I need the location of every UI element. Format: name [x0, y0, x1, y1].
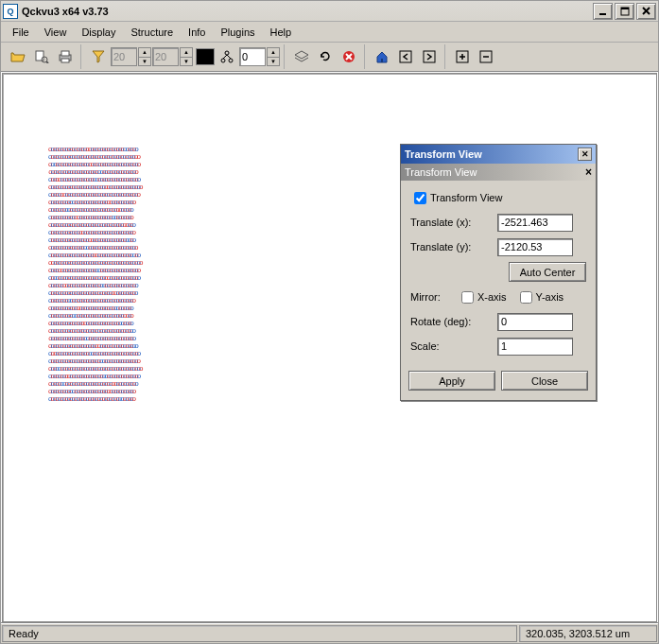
dialog-subtitle: Transform View: [405, 166, 477, 178]
hierarchy-icon[interactable]: [216, 46, 238, 67]
home-icon[interactable]: [371, 46, 393, 67]
transform-view-checkbox[interactable]: [414, 192, 426, 204]
dialog-subtitle-bar: Transform View ×: [401, 164, 596, 181]
svg-point-11: [225, 51, 229, 55]
zoom-out-icon[interactable]: [475, 46, 497, 67]
status-left: Ready: [2, 625, 517, 642]
close-button[interactable]: [636, 3, 656, 20]
menu-structure[interactable]: Structure: [123, 24, 181, 41]
transform-view-checkbox-label: Transform View: [430, 192, 502, 203]
menu-bar: File View Display Structure Info Plugins…: [1, 22, 658, 43]
dialog-close-icon[interactable]: ✕: [578, 148, 592, 161]
spinner1-buttons[interactable]: ▲▼: [138, 47, 151, 66]
svg-rect-10: [61, 59, 69, 62]
mirror-y-label: Y-axis: [536, 291, 564, 303]
menu-info[interactable]: Info: [181, 24, 213, 41]
svg-line-7: [46, 61, 48, 63]
maximize-button[interactable]: [615, 3, 634, 20]
dialog-title-bar[interactable]: Transform View ✕: [401, 145, 596, 164]
auto-center-button[interactable]: Auto Center: [509, 262, 586, 282]
translate-y-input[interactable]: [497, 238, 573, 256]
svg-line-15: [227, 55, 231, 59]
app-icon: Q: [3, 4, 18, 19]
scale-label: Scale:: [410, 340, 497, 352]
nav-left-icon[interactable]: [394, 46, 417, 67]
open-icon[interactable]: [7, 46, 29, 67]
translate-x-label: Translate (x):: [410, 217, 497, 228]
scale-input[interactable]: [497, 338, 573, 356]
dialog-title: Transform View: [405, 148, 482, 160]
stop-icon[interactable]: [338, 46, 360, 67]
minimize-button[interactable]: [593, 3, 613, 20]
mirror-x-checkbox[interactable]: [461, 291, 474, 304]
close-dialog-button[interactable]: Close: [501, 371, 588, 391]
spinner3-buttons[interactable]: ▲▼: [267, 47, 280, 66]
dialog-collapse-icon[interactable]: ×: [585, 165, 592, 179]
canvas-area[interactable]: ooooooooooooooooo oooooooooooooooo ooooo…: [2, 73, 657, 622]
rotate-input[interactable]: [497, 313, 573, 331]
title-bar: Q Qckvu3 x64 v3.73: [1, 1, 658, 22]
status-coords: 320.035, 3203.512 um: [519, 625, 657, 642]
mirror-label: Mirror:: [410, 291, 458, 303]
svg-point-13: [229, 59, 233, 62]
svg-line-14: [223, 55, 227, 59]
layout-visualization: ooooooooooooooooo oooooooooooooooo ooooo…: [48, 146, 384, 406]
mirror-y-checkbox[interactable]: [520, 291, 532, 304]
translate-x-input[interactable]: [497, 214, 573, 232]
spinner2-input[interactable]: [152, 47, 179, 66]
window-controls: [593, 3, 656, 20]
filter-icon[interactable]: [87, 46, 110, 67]
print-icon[interactable]: [54, 46, 77, 67]
menu-view[interactable]: View: [37, 24, 75, 41]
translate-y-label: Translate (y):: [410, 241, 497, 252]
svg-rect-5: [36, 51, 43, 61]
svg-rect-19: [381, 59, 383, 62]
menu-file[interactable]: File: [5, 24, 37, 41]
status-bar: Ready 320.035, 3203.512 um: [1, 623, 658, 643]
spinner1-input[interactable]: [111, 47, 137, 66]
layers-icon[interactable]: [290, 46, 313, 67]
apply-button[interactable]: Apply: [408, 371, 495, 391]
toolbar: ▲▼ ▲▼ ▲▼: [1, 43, 658, 72]
svg-rect-20: [400, 51, 411, 62]
window-title: Qckvu3 x64 v3.73: [22, 6, 593, 17]
mirror-x-label: X-axis: [477, 291, 507, 303]
refresh-icon[interactable]: [314, 46, 337, 67]
svg-rect-9: [61, 51, 69, 56]
nav-right-icon[interactable]: [418, 46, 441, 67]
transform-view-dialog: Transform View ✕ Transform View × Transf…: [400, 144, 597, 401]
svg-point-12: [221, 59, 225, 62]
rotate-label: Rotate (deg):: [410, 316, 497, 327]
spinner2-buttons[interactable]: ▲▼: [180, 47, 193, 66]
spinner3-input[interactable]: [239, 47, 266, 66]
print-preview-icon[interactable]: [30, 46, 53, 67]
menu-plugins[interactable]: Plugins: [213, 24, 262, 41]
menu-help[interactable]: Help: [263, 24, 300, 41]
color-swatch[interactable]: [196, 48, 215, 65]
svg-rect-21: [424, 51, 435, 62]
menu-display[interactable]: Display: [74, 24, 123, 41]
zoom-in-icon[interactable]: [451, 46, 474, 67]
